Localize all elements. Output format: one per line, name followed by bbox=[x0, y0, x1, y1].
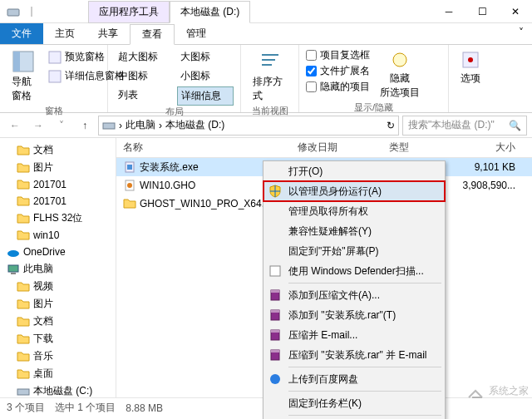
menu-separator bbox=[288, 367, 441, 367]
folder-icon bbox=[17, 161, 30, 175]
tree-item[interactable]: 图片 bbox=[0, 159, 116, 176]
layout-large[interactable]: 大图标 bbox=[177, 48, 234, 66]
maximize-button[interactable]: ☐ bbox=[466, 0, 499, 23]
tree-item-label: 201701 bbox=[33, 179, 66, 190]
sort-label: 排序方式 bbox=[253, 75, 287, 103]
tree-item-label: 下载 bbox=[33, 332, 53, 346]
layout-list[interactable]: 列表 bbox=[115, 86, 172, 104]
tree-item-label: OneDrive bbox=[23, 246, 66, 258]
tree-item[interactable]: 201701 bbox=[0, 176, 116, 193]
svg-point-27 bbox=[270, 374, 280, 384]
context-menu-item[interactable]: 压缩并 E-mail... bbox=[264, 325, 445, 345]
file-menu[interactable]: 文件 bbox=[0, 23, 43, 44]
tree-item[interactable]: win10 bbox=[0, 227, 116, 244]
col-date[interactable]: 修改日期 bbox=[291, 140, 382, 155]
folder-icon bbox=[17, 195, 30, 208]
folder-icon bbox=[17, 212, 30, 225]
ribbon-collapse-button[interactable]: ˅ bbox=[510, 23, 532, 44]
svg-point-10 bbox=[7, 250, 19, 257]
tab-share[interactable]: 共享 bbox=[86, 23, 130, 44]
context-menu-item[interactable]: 固定到任务栏(K) bbox=[264, 393, 445, 413]
menu-item-label: 管理员取得所有权 bbox=[288, 205, 368, 219]
file-ext-toggle[interactable]: 文件扩展名 bbox=[306, 64, 370, 78]
tree-item[interactable]: 文档 bbox=[0, 313, 116, 330]
forward-button[interactable]: → bbox=[28, 116, 48, 136]
context-menu-item[interactable]: 添加到压缩文件(A)... bbox=[264, 285, 445, 305]
svg-rect-12 bbox=[11, 273, 16, 274]
folder-icon bbox=[17, 367, 30, 381]
col-name[interactable]: 名称 bbox=[116, 140, 291, 155]
crumb-this-pc[interactable]: 此电脑 bbox=[126, 118, 155, 132]
up-button[interactable]: ↑ bbox=[75, 116, 95, 136]
crumb-drive-d[interactable]: 本地磁盘 (D:) bbox=[165, 118, 224, 132]
tree-item[interactable]: 图片 bbox=[0, 295, 116, 313]
svg-rect-1 bbox=[31, 7, 32, 17]
nav-pane-icon bbox=[12, 50, 35, 73]
refresh-button[interactable]: ↻ bbox=[387, 120, 395, 131]
minimize-button[interactable]: ─ bbox=[432, 0, 466, 23]
folder-icon bbox=[17, 144, 30, 157]
tree-item-label: 此电脑 bbox=[23, 262, 53, 276]
search-icon: 🔍 bbox=[509, 120, 521, 131]
tree-item[interactable]: 下载 bbox=[0, 330, 116, 348]
tree-item[interactable]: 此电脑 bbox=[0, 260, 116, 278]
tab-view[interactable]: 查看 bbox=[130, 24, 175, 45]
menu-item-label: 添加到压缩文件(A)... bbox=[288, 288, 380, 303]
tree-item[interactable]: 视频 bbox=[0, 278, 116, 295]
tree-item[interactable]: OneDrive bbox=[0, 244, 116, 260]
tree-item-label: 音乐 bbox=[33, 349, 53, 363]
item-checkboxes-toggle[interactable]: 项目复选框 bbox=[306, 48, 370, 62]
hidden-items-toggle[interactable]: 隐藏的项目 bbox=[306, 80, 370, 94]
back-button[interactable]: ← bbox=[5, 116, 25, 136]
context-menu-item[interactable]: 兼容性疑难解答(Y) bbox=[264, 221, 445, 241]
svg-rect-3 bbox=[13, 52, 20, 71]
svg-point-6 bbox=[393, 53, 406, 67]
col-type[interactable]: 类型 bbox=[382, 140, 457, 155]
context-menu: 打开(O)以管理员身份运行(A)管理员取得所有权兼容性疑难解答(Y)固定到"开始… bbox=[263, 160, 446, 419]
nav-pane-button[interactable]: 导航窗格 bbox=[7, 48, 40, 105]
context-menu-item[interactable]: 以管理员身份运行(A) bbox=[264, 181, 445, 201]
context-menu-item[interactable]: 管理员取得所有权 bbox=[264, 201, 445, 221]
column-headers: 名称 修改日期 类型 大小 bbox=[116, 138, 532, 158]
tree-item[interactable]: 桌面 bbox=[0, 365, 116, 382]
options-button[interactable]: 选项 bbox=[456, 48, 485, 109]
breadcrumb[interactable]: › 此电脑 › 本地磁盘 (D:) ↻ bbox=[98, 116, 399, 136]
tree-item[interactable]: FLHS 32位 bbox=[0, 210, 116, 227]
close-button[interactable]: ✕ bbox=[499, 0, 532, 23]
shield-icon bbox=[268, 185, 282, 198]
hide-selected-button[interactable]: 隐藏 所选项目 bbox=[375, 48, 425, 101]
layout-details[interactable]: 详细信息 bbox=[177, 86, 234, 106]
tab-home[interactable]: 主页 bbox=[43, 23, 86, 44]
tree-item[interactable]: 音乐 bbox=[0, 348, 116, 365]
onedrive-icon bbox=[7, 245, 20, 259]
search-input[interactable]: 搜索"本地磁盘 (D:)" 🔍 bbox=[402, 116, 527, 136]
context-menu-item[interactable]: 使用 Windows Defender扫描... bbox=[264, 261, 445, 281]
options-icon bbox=[461, 50, 480, 70]
status-size: 8.88 MB bbox=[126, 402, 163, 414]
recent-button[interactable]: ˅ bbox=[52, 116, 71, 136]
col-size[interactable]: 大小 bbox=[457, 140, 532, 155]
status-selected: 选中 1 个项目 bbox=[55, 401, 116, 415]
svg-rect-24 bbox=[271, 330, 279, 333]
layout-small[interactable]: 小图标 bbox=[177, 67, 234, 85]
nav-tree[interactable]: 文档图片201701201701FLHS 32位win10OneDrive此电脑… bbox=[0, 138, 116, 397]
layout-medium[interactable]: 中图标 bbox=[115, 67, 172, 85]
context-menu-item[interactable]: 压缩到 "安装系统.rar" 并 E-mail bbox=[264, 345, 445, 365]
sort-icon bbox=[259, 50, 282, 73]
tree-item[interactable]: 本地磁盘 (C:) bbox=[0, 382, 116, 397]
context-menu-item[interactable]: 添加到 "安装系统.rar"(T) bbox=[264, 305, 445, 325]
context-menu-item[interactable]: 固定到"开始"屏幕(P) bbox=[264, 241, 445, 261]
context-menu-item[interactable]: 上传到百度网盘 bbox=[264, 369, 445, 389]
tree-item[interactable]: 文档 bbox=[0, 141, 116, 159]
ribbon-group-showhide-label: 显示/隐藏 bbox=[306, 101, 441, 114]
sort-button[interactable]: 排序方式 bbox=[248, 48, 292, 105]
rar-icon bbox=[268, 328, 282, 342]
layout-xlarge[interactable]: 超大图标 bbox=[115, 48, 172, 66]
address-bar: ← → ˅ ↑ › 此电脑 › 本地磁盘 (D:) ↻ 搜索"本地磁盘 (D:)… bbox=[0, 113, 532, 138]
context-menu-item[interactable]: 打开(O) bbox=[264, 161, 445, 181]
tab-manage[interactable]: 管理 bbox=[175, 23, 218, 44]
tree-item[interactable]: 201701 bbox=[0, 193, 116, 210]
svg-rect-9 bbox=[103, 123, 115, 129]
exe-icon bbox=[123, 160, 136, 174]
file-name: 安装系统.exe bbox=[140, 160, 199, 175]
